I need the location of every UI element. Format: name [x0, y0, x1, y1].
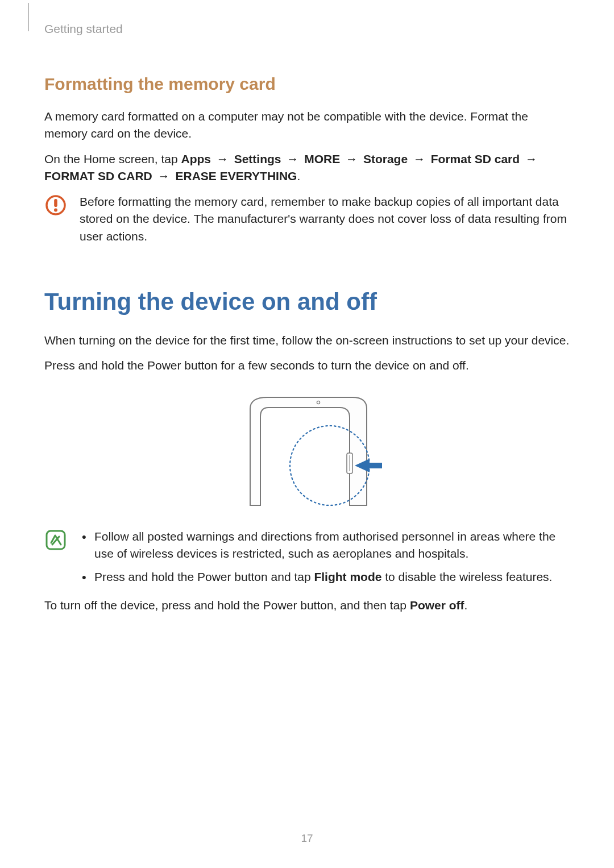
- caution-icon: [44, 193, 67, 216]
- body-text: A memory card formatted on a computer ma…: [44, 108, 570, 143]
- body-text: Press and hold the Power button for a fe…: [44, 357, 570, 374]
- arrow-icon: →: [525, 152, 537, 165]
- text-fragment: To turn off the device, press and hold t…: [44, 599, 410, 612]
- label-format-sd: Format SD card: [431, 152, 520, 165]
- arrow-icon: →: [158, 169, 170, 182]
- caution-callout: Before formatting the memory card, remem…: [44, 193, 570, 245]
- arrow-icon: →: [217, 152, 229, 165]
- heading-turning-on-off: Turning the device on and off: [44, 285, 570, 319]
- power-button-figure: [44, 386, 570, 511]
- header-divider: [28, 3, 29, 31]
- running-head: Getting started: [44, 20, 570, 38]
- text-fragment: Press and hold the Power button and tap: [94, 570, 314, 583]
- note-icon: [44, 528, 67, 551]
- body-text: When turning on the device for the first…: [44, 332, 570, 349]
- text-fragment: .: [464, 599, 468, 612]
- label-storage: Storage: [363, 152, 408, 165]
- label-power-off: Power off: [410, 599, 464, 612]
- label-flight-mode: Flight mode: [314, 570, 381, 583]
- label-format-sd-caps: FORMAT SD CARD: [44, 169, 152, 182]
- page-number: 17: [0, 830, 614, 846]
- label-settings: Settings: [234, 152, 281, 165]
- text-fragment: On the Home screen, tap: [44, 152, 181, 165]
- nav-path-text: On the Home screen, tap Apps → Settings …: [44, 151, 570, 185]
- note-list: Follow all posted warnings and direction…: [80, 528, 570, 585]
- body-text: To turn off the device, press and hold t…: [44, 597, 570, 614]
- arrow-icon: →: [346, 152, 358, 165]
- svg-point-2: [54, 208, 57, 211]
- list-item: Press and hold the Power button and tap …: [80, 568, 570, 585]
- svg-rect-1: [54, 199, 57, 207]
- text-fragment: .: [297, 169, 300, 182]
- arrow-icon: →: [287, 152, 298, 165]
- note-callout: Follow all posted warnings and direction…: [44, 528, 570, 591]
- label-apps: Apps: [181, 152, 211, 165]
- caution-text: Before formatting the memory card, remem…: [80, 193, 570, 245]
- text-fragment: to disable the wireless features.: [381, 570, 552, 583]
- list-item: Follow all posted warnings and direction…: [80, 528, 570, 563]
- label-more: MORE: [304, 152, 340, 165]
- arrow-icon: →: [413, 152, 425, 165]
- heading-formatting: Formatting the memory card: [44, 72, 570, 97]
- label-erase: ERASE EVERYTHING: [175, 169, 297, 182]
